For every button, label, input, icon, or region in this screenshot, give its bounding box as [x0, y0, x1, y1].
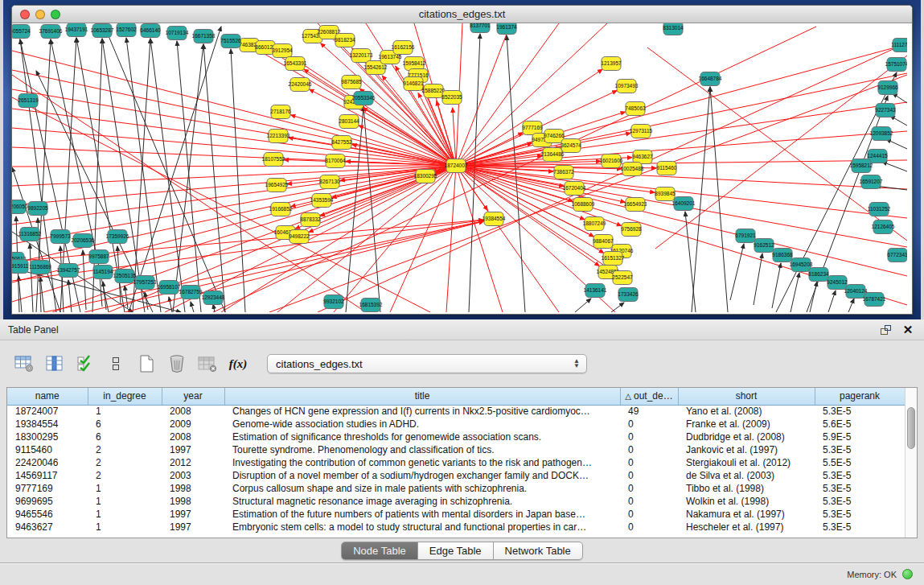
table-cell[interactable]: 6 — [88, 431, 162, 443]
graph-node[interactable]: 19384554 — [483, 212, 506, 226]
graph-node[interactable]: 6791921 — [735, 229, 756, 243]
table-cell[interactable]: 5.3E-5 — [815, 482, 905, 495]
graph-node[interactable]: 2522547 — [612, 271, 633, 285]
delete-table-icon[interactable] — [164, 352, 190, 376]
table-cell[interactable]: Yano et al. (2008) — [678, 405, 815, 418]
table-cell[interactable]: Wolkin et al. (1998) — [678, 495, 815, 508]
graph-node[interactable]: 8313014 — [663, 23, 684, 35]
graph-node[interactable]: 9884067 — [593, 235, 614, 249]
graph-node[interactable]: 37691406 — [39, 25, 63, 39]
graph-node[interactable]: 9975887 — [88, 250, 109, 264]
table-cell[interactable]: Franke et al. (2009) — [678, 418, 815, 431]
graph-node[interactable]: 25206050 — [12, 200, 28, 214]
graph-node[interactable]: 1961374 — [496, 23, 517, 35]
graph-node[interactable]: 10025488 — [621, 163, 644, 176]
graph-node[interactable]: 8522035 — [441, 91, 462, 105]
graph-node[interactable]: 12093852 — [870, 127, 893, 141]
graph-node[interactable]: 22420046 — [289, 78, 312, 92]
graph-node[interactable]: 11156869 — [29, 261, 51, 274]
graph-node[interactable]: 19654925 — [265, 179, 289, 192]
network-canvas[interactable]: 1872400722420046271817612213393181075521… — [12, 23, 912, 315]
graph-node[interactable]: 8878332 — [300, 213, 321, 227]
graph-node[interactable]: 4055724 — [12, 25, 31, 39]
tab-edge-table[interactable]: Edge Table — [418, 542, 494, 559]
table-cell[interactable]: 1 — [88, 495, 162, 508]
table-scrollbar-thumb[interactable] — [907, 407, 915, 449]
column-header-out_de[interactable]: △out_de… — [620, 388, 678, 405]
table-cell[interactable]: 0 — [620, 443, 678, 456]
table-cell[interactable]: Stergiakouli et al. (2012) — [678, 456, 815, 469]
table-cell[interactable]: 6 — [88, 418, 162, 431]
table-cell[interactable]: 2 — [88, 469, 162, 482]
table-cell[interactable]: 18300295 — [7, 431, 88, 443]
table-cell[interactable]: Changes of HCN gene expression and I(f) … — [224, 405, 620, 418]
table-cell[interactable]: 0 — [620, 469, 678, 482]
table-cell[interactable]: 5.3E-5 — [815, 508, 905, 521]
graph-node[interactable]: 6466140 — [140, 24, 161, 38]
graph-node[interactable]: 16815392 — [359, 299, 383, 312]
close-icon[interactable]: ✕ — [900, 323, 916, 337]
graph-node[interactable]: 18807249 — [583, 217, 606, 231]
graph-node[interactable]: 1145194 — [93, 266, 113, 279]
table-cell[interactable]: Structural magnetic resonance image aver… — [224, 495, 620, 508]
table-settings-icon[interactable] — [11, 352, 37, 376]
graph-node[interactable]: 16543391 — [284, 57, 307, 71]
selection-mode-icon[interactable] — [103, 352, 129, 376]
graph-node[interactable]: 3624574 — [561, 139, 581, 153]
select-columns-icon[interactable] — [42, 352, 68, 376]
table-cell[interactable]: 1997 — [162, 443, 224, 456]
table-row[interactable]: 1872400712008Changes of HCN gene express… — [7, 405, 905, 418]
graph-node[interactable]: 21364486 — [541, 148, 565, 162]
table-cell[interactable]: 9777169 — [7, 482, 88, 495]
graph-node[interactable]: 7386372 — [553, 166, 574, 179]
graph-node[interactable]: 13942757 — [57, 264, 80, 278]
graph-node[interactable]: 9875685 — [341, 76, 362, 89]
table-cell[interactable]: 1 — [88, 405, 162, 418]
table-cell[interactable]: Genome-wide association studies in ADHD. — [224, 418, 620, 431]
table-cell[interactable]: 2008 — [162, 405, 224, 418]
graph-node[interactable]: 9186368 — [772, 249, 793, 262]
table-cell[interactable]: 1 — [88, 508, 162, 521]
table-selector[interactable]: citations_edges.txt ▲▼ — [267, 354, 587, 373]
graph-node[interactable]: 9932102 — [323, 295, 344, 309]
table-cell[interactable]: 0 — [620, 456, 678, 469]
graph-node[interactable]: 12923448 — [202, 291, 225, 305]
graph-node[interactable]: 3915911 — [12, 260, 29, 274]
graph-node[interactable]: 14353594 — [310, 194, 334, 208]
table-cell[interactable]: 0 — [620, 495, 678, 508]
graph-node[interactable]: 2718176 — [270, 105, 291, 119]
graph-node[interactable]: 20553346 — [352, 92, 376, 105]
graph-node[interactable]: 15958212 — [850, 159, 873, 173]
table-cell[interactable]: 5.6E-5 — [815, 418, 905, 431]
table-cell[interactable]: 9463627 — [7, 521, 88, 534]
graph-node[interactable]: 18300295 — [414, 170, 437, 183]
table-cell[interactable]: 22420046 — [7, 456, 88, 469]
graph-node[interactable]: 9777169 — [522, 122, 543, 135]
table-cell[interactable]: 5.9E-5 — [815, 431, 905, 443]
graph-node[interactable]: 9818234 — [335, 34, 355, 47]
column-header-in_degree[interactable]: in_degree — [88, 388, 162, 405]
table-row[interactable]: 977716911998Corpus callosum shape and si… — [7, 482, 905, 495]
graph-node[interactable]: 18724007 — [445, 159, 468, 173]
table-cell[interactable]: 2009 — [162, 418, 224, 431]
table-cell[interactable]: Corpus callosum shape and size in male p… — [224, 482, 620, 495]
close-button[interactable] — [20, 10, 30, 19]
column-header-title[interactable]: title — [224, 388, 620, 405]
graph-node[interactable]: 8427552 — [331, 136, 352, 150]
table-cell[interactable]: 5.3E-5 — [815, 521, 905, 534]
table-cell[interactable]: 1 — [88, 521, 162, 534]
select-all-icon[interactable] — [72, 352, 98, 376]
graph-node[interactable]: 16720404 — [563, 182, 586, 196]
table-cell[interactable]: 1997 — [162, 508, 224, 521]
table-cell[interactable]: 2 — [88, 443, 162, 456]
graph-node[interactable]: 8170064 — [325, 154, 346, 168]
table-cell[interactable]: 5.5E-5 — [815, 456, 905, 469]
float-panel-icon[interactable] — [877, 323, 893, 337]
minimize-button[interactable] — [35, 10, 45, 19]
table-cell[interactable]: 9465546 — [7, 508, 88, 521]
table-cell[interactable]: 1 — [88, 482, 162, 495]
table-cell[interactable]: 14569117 — [7, 469, 88, 482]
graph-node[interactable]: 7999573 — [50, 230, 71, 244]
graph-node[interactable]: 16958107 — [158, 281, 181, 295]
table-cell[interactable]: 5.3E-5 — [815, 495, 905, 508]
